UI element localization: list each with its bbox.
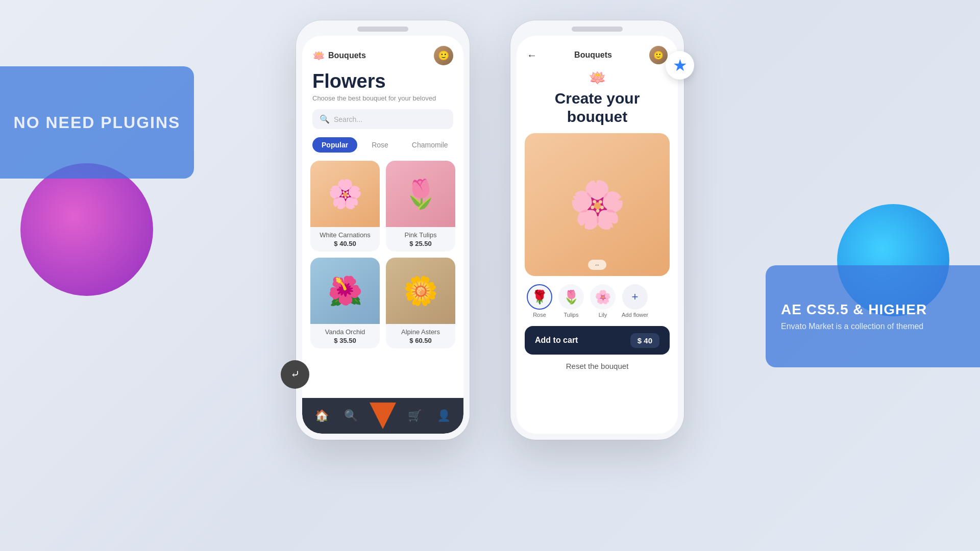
flower-info-tulips: Pink Tulips $ 25.50 <box>386 227 455 252</box>
avatar-emoji-1: 🙂 <box>438 50 449 61</box>
search-bar[interactable]: 🔍 Search... <box>312 109 453 129</box>
cart-price-badge: $ 40 <box>630 333 659 348</box>
flower-img-tulips: 🌷 <box>386 161 455 227</box>
phone2-header: ← Bouquets 🙂 <box>517 36 678 69</box>
back-button[interactable]: ← <box>527 49 537 61</box>
add-to-cart-label: Add to cart <box>535 336 578 345</box>
flower-price-orchid: $ 35.50 <box>315 337 375 344</box>
flower-info-carnations: White Carnations $ 40.50 <box>310 227 380 252</box>
flower-pick-lily[interactable]: 🌸 Lily <box>590 284 616 318</box>
flower-name-orchid: Vanda Orchid <box>315 328 375 336</box>
add-flower-label: Add flower <box>622 312 648 318</box>
phone1-subtitle: Choose the best bouquet for your beloved <box>302 94 463 109</box>
nav-home[interactable]: 🏠 <box>311 406 332 426</box>
flower-grid: 🌸 White Carnations $ 40.50 🌷 Pink Tulips… <box>302 161 463 389</box>
phone2-header-title: Bouquets <box>574 51 612 60</box>
add-to-cart-button[interactable]: Add to cart $ 40 <box>525 326 670 355</box>
flower-card-carnations[interactable]: 🌸 White Carnations $ 40.50 <box>310 161 380 252</box>
flower-img-asters: 🌼 <box>386 258 455 324</box>
flower-picker: 🌹 Rose 🌷 Tulips 🌸 Lily + Add flower <box>517 276 678 326</box>
lily-circle[interactable]: 🌸 <box>590 284 616 310</box>
flower-info-asters: Alpine Asters $ 60.50 <box>386 324 455 348</box>
bottom-nav: 🏠 🔍 🛒 👤 <box>302 398 463 434</box>
phone1-title: Flowers <box>302 70 463 94</box>
phone2-avatar[interactable]: 🙂 <box>649 46 668 64</box>
star-badge[interactable]: ★ <box>666 51 694 80</box>
phone1-logo: 🪷 Bouquets <box>312 49 366 62</box>
phone1-header: 🪷 Bouquets 🙂 <box>302 36 463 70</box>
add-flower-button[interactable]: + <box>622 284 648 310</box>
phone1-notch <box>357 27 408 32</box>
nav-center-button[interactable] <box>370 403 396 429</box>
filter-rose[interactable]: Rose <box>362 137 398 153</box>
share-button[interactable]: ⤶ <box>281 360 309 389</box>
lotus-icon-1: 🪷 <box>312 49 325 62</box>
phone2-notch <box>572 27 623 32</box>
tulips-circle[interactable]: 🌷 <box>558 284 584 310</box>
flower-price-carnations: $ 40.50 <box>315 240 375 247</box>
filter-popular[interactable]: Popular <box>312 137 357 153</box>
flower-card-tulips[interactable]: 🌷 Pink Tulips $ 25.50 <box>386 161 455 252</box>
bouquet-main-title: Create your bouquet <box>517 89 678 133</box>
flower-pick-rose[interactable]: 🌹 Rose <box>527 284 552 318</box>
banner-right-subtitle: Envato Market is a collection of themed <box>781 322 965 331</box>
flower-pick-tulips[interactable]: 🌷 Tulips <box>558 284 584 318</box>
lily-label: Lily <box>599 312 607 318</box>
search-icon: 🔍 <box>320 114 330 124</box>
flower-name-tulips: Pink Tulips <box>391 231 450 239</box>
flower-img-orchid: 🌺 <box>310 258 380 324</box>
phone1-avatar[interactable]: 🙂 <box>434 46 453 65</box>
nav-profile[interactable]: 👤 <box>434 406 454 426</box>
filter-tulips[interactable]: Tulips <box>462 137 463 153</box>
banner-left: NO NEED PLUGINS <box>0 66 194 179</box>
nav-cart[interactable]: 🛒 <box>405 406 425 426</box>
bouquet-image: 🌸 ↔ <box>525 133 670 276</box>
phone-bouquet-detail: ★ ← Bouquets 🙂 🪷 Create your bouquet 🌸 ↔ <box>510 20 684 440</box>
banner-right: AE CS5.5 & HIGHER Envato Market is a col… <box>766 265 980 367</box>
banner-left-text: NO NEED PLUGINS <box>14 113 181 132</box>
flower-card-orchid[interactable]: 🌺 Vanda Orchid $ 35.50 <box>310 258 380 348</box>
phone-flowers-list: ⤶ 🪷 Bouquets 🙂 Flowers Choose the best b… <box>296 20 470 440</box>
star-icon: ★ <box>673 56 688 75</box>
flower-card-asters[interactable]: 🌼 Alpine Asters $ 60.50 <box>386 258 455 348</box>
image-overlay-icon: ↔ <box>588 260 606 270</box>
bouquet-lotus-icon: 🪷 <box>517 69 678 86</box>
purple-blob <box>20 163 153 296</box>
tulips-label: Tulips <box>564 312 579 318</box>
flower-price-tulips: $ 25.50 <box>391 240 450 247</box>
rose-circle[interactable]: 🌹 <box>527 284 552 310</box>
banner-right-title: AE CS5.5 & HIGHER <box>781 302 965 318</box>
rose-label: Rose <box>533 312 546 318</box>
filter-tabs: Popular Rose Chamomile Tulips <box>302 137 463 161</box>
search-placeholder: Search... <box>334 115 362 123</box>
flower-img-carnations: 🌸 <box>310 161 380 227</box>
phone1-screen: 🪷 Bouquets 🙂 Flowers Choose the best bou… <box>302 36 463 434</box>
phone2-screen: ← Bouquets 🙂 🪷 Create your bouquet 🌸 ↔ 🌹… <box>517 36 678 434</box>
flower-pick-add[interactable]: + Add flower <box>622 284 648 318</box>
reset-button[interactable]: Reset the bouquet <box>517 355 678 378</box>
phones-container: ⤶ 🪷 Bouquets 🙂 Flowers Choose the best b… <box>296 20 684 440</box>
filter-chamomile[interactable]: Chamomile <box>403 137 457 153</box>
nav-search[interactable]: 🔍 <box>340 406 361 426</box>
flower-price-asters: $ 60.50 <box>391 337 450 344</box>
flower-name-carnations: White Carnations <box>315 231 375 239</box>
flower-info-orchid: Vanda Orchid $ 35.50 <box>310 324 380 348</box>
flower-name-asters: Alpine Asters <box>391 328 450 336</box>
phone1-logo-text: Bouquets <box>328 51 366 60</box>
